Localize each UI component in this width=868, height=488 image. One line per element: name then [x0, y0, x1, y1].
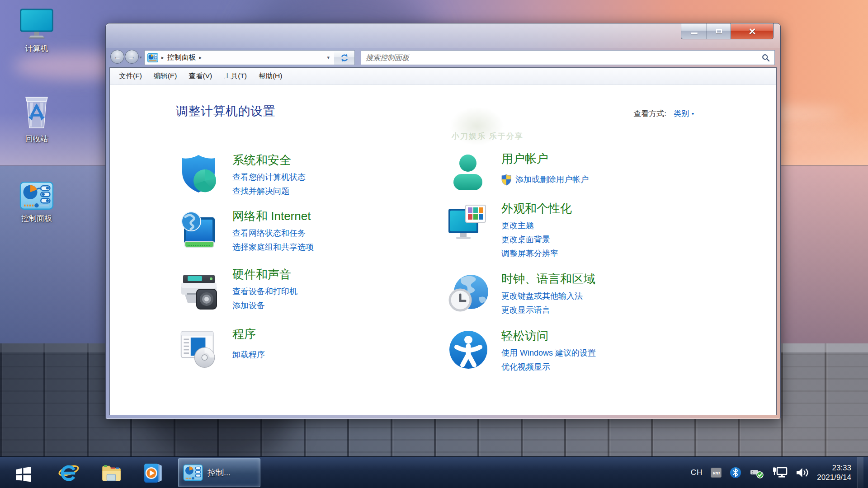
- maximize-button[interactable]: [707, 23, 731, 39]
- computer-icon: [7, 7, 66, 40]
- back-button[interactable]: ←: [110, 50, 124, 64]
- taskbar-explorer-button[interactable]: [93, 457, 129, 488]
- close-icon: [749, 28, 756, 35]
- desktop-icon-computer[interactable]: 计算机: [7, 7, 66, 54]
- link-change-theme[interactable]: 更改主题: [501, 219, 572, 233]
- category-title-network-internet[interactable]: 网络和 Internet: [232, 208, 314, 224]
- control-panel-window: ← → ▾ ▸ 控制面板 ▸ ▾: [105, 23, 781, 419]
- breadcrumb-control-panel[interactable]: 控制面板: [167, 53, 196, 62]
- desktop-icon-control-panel[interactable]: 控制面板: [7, 182, 66, 224]
- start-button[interactable]: [6, 457, 41, 488]
- taskbar-clock[interactable]: 23:33 2021/9/14: [817, 463, 851, 482]
- desktop-icon-label: 计算机: [7, 43, 66, 54]
- link-add-remove-user-accounts[interactable]: 添加或删除用户帐户: [515, 173, 589, 187]
- forward-arrow-icon: →: [128, 52, 136, 61]
- uac-shield-icon: [501, 174, 511, 186]
- language-indicator[interactable]: CH: [691, 468, 703, 477]
- control-panel-content: 小刀娱乐 乐于分享 调整计算机的设置 查看方式: 类别 ▾: [110, 85, 776, 415]
- taskbar-active-control-panel[interactable]: 控制...: [178, 458, 260, 487]
- user-accounts-icon[interactable]: [446, 151, 491, 194]
- category-title-user-accounts[interactable]: 用户帐户: [501, 151, 589, 166]
- recycle-bin-icon: [7, 91, 66, 130]
- category-title-clock-region[interactable]: 时钟、语言和区域: [501, 271, 595, 286]
- menu-tools[interactable]: 工具(T): [219, 69, 251, 83]
- internet-explorer-icon: [58, 462, 80, 483]
- vmware-tray-icon[interactable]: vm: [711, 468, 722, 478]
- show-desktop-button[interactable]: [858, 457, 863, 488]
- menu-view[interactable]: 查看(V): [184, 69, 217, 83]
- bluetooth-icon[interactable]: [730, 467, 741, 479]
- address-dropdown-icon[interactable]: ▾: [327, 55, 330, 61]
- refresh-icon: [340, 53, 349, 62]
- usb-device-icon[interactable]: [750, 466, 764, 479]
- maximize-icon: [716, 29, 722, 33]
- network-icon[interactable]: [772, 467, 788, 479]
- close-button[interactable]: [731, 23, 774, 39]
- category-title-system-security[interactable]: 系统和安全: [232, 152, 306, 168]
- category-title-hardware-sound[interactable]: 硬件和声音: [232, 267, 297, 282]
- ease-of-access-icon[interactable]: [446, 328, 491, 371]
- search-box: [361, 50, 775, 65]
- link-computer-status[interactable]: 查看您的计算机状态: [232, 170, 306, 184]
- menu-edit[interactable]: 编辑(E): [149, 69, 182, 83]
- system-tray: CH vm: [687, 457, 863, 488]
- minimize-icon: [691, 33, 698, 34]
- clock-date: 2021/9/14: [817, 473, 851, 482]
- menu-help[interactable]: 帮助(H): [254, 69, 287, 83]
- taskbar-media-player-button[interactable]: [136, 457, 172, 488]
- category-ease-of-access: 轻松访问 使用 Windows 建议的设置 优化视频显示: [446, 328, 596, 374]
- link-change-display-language[interactable]: 更改显示语言: [501, 303, 595, 317]
- taskbar-ie-button[interactable]: [51, 457, 87, 488]
- hardware-sound-icon[interactable]: [177, 273, 222, 311]
- link-adjust-screen-resolution[interactable]: 调整屏幕分辨率: [501, 247, 572, 261]
- appearance-personalization-icon[interactable]: [446, 201, 491, 244]
- link-homegroup-sharing[interactable]: 选择家庭组和共享选项: [232, 240, 314, 254]
- forward-button[interactable]: →: [125, 50, 139, 64]
- link-add-device[interactable]: 添加设备: [232, 299, 297, 313]
- link-optimize-visual-display[interactable]: 优化视频显示: [501, 360, 596, 374]
- link-change-keyboard-input[interactable]: 更改键盘或其他输入法: [501, 289, 595, 303]
- link-windows-suggested-settings[interactable]: 使用 Windows 建议的设置: [501, 346, 596, 360]
- active-task-label: 控制...: [208, 467, 231, 478]
- control-panel-icon: [183, 465, 203, 481]
- category-system-security: 系统和安全 查看您的计算机状态 查找并解决问题: [177, 152, 306, 198]
- clock-time: 23:33: [817, 463, 851, 473]
- clock-language-region-icon[interactable]: [446, 271, 491, 314]
- category-hardware-sound: 硬件和声音 查看设备和打印机 添加设备: [177, 267, 297, 313]
- windows-logo-icon: [12, 462, 35, 483]
- minimize-button[interactable]: [681, 23, 707, 39]
- link-uninstall-program[interactable]: 卸载程序: [232, 348, 265, 362]
- category-title-programs[interactable]: 程序: [232, 326, 265, 342]
- refresh-button[interactable]: [334, 50, 355, 65]
- volume-icon[interactable]: [796, 467, 809, 479]
- network-internet-icon[interactable]: [177, 208, 222, 252]
- menu-file[interactable]: 文件(F): [114, 69, 146, 83]
- address-bar[interactable]: ▸ 控制面板 ▸ ▾: [144, 50, 335, 65]
- window-glass-sheen: [106, 23, 780, 48]
- category-title-ease-of-access[interactable]: 轻松访问: [501, 328, 596, 343]
- recent-pages-dropdown[interactable]: ▾: [140, 55, 142, 60]
- view-by-value[interactable]: 类别: [674, 108, 689, 119]
- programs-icon[interactable]: [177, 328, 222, 370]
- link-change-desktop-background[interactable]: 更改桌面背景: [501, 233, 572, 247]
- caption-buttons: [681, 23, 774, 39]
- desktop-icon-recycle-bin[interactable]: 回收站: [7, 91, 66, 144]
- category-appearance-personalization: 外观和个性化 更改主题 更改桌面背景 调整屏幕分辨率: [446, 201, 572, 261]
- breadcrumb-arrow-icon[interactable]: ▸: [199, 55, 202, 61]
- search-icon[interactable]: [762, 54, 770, 62]
- link-devices-printers[interactable]: 查看设备和打印机: [232, 285, 297, 299]
- search-input[interactable]: [361, 51, 762, 65]
- category-title-appearance[interactable]: 外观和个性化: [501, 201, 572, 216]
- back-arrow-icon: ←: [113, 52, 121, 61]
- taskbar: 控制... CH vm: [0, 456, 868, 488]
- category-user-accounts: 用户帐户 添加或删除用户帐户: [446, 151, 589, 194]
- system-security-icon[interactable]: [177, 152, 222, 196]
- window-client-area: 文件(F) 编辑(E) 查看(V) 工具(T) 帮助(H) 小刀娱乐 乐于分享 …: [109, 67, 777, 415]
- category-clock-language-region: 时钟、语言和区域 更改键盘或其他输入法 更改显示语言: [446, 271, 595, 317]
- view-by-control: 查看方式: 类别 ▾: [633, 108, 694, 119]
- view-by-dropdown-icon[interactable]: ▾: [692, 111, 694, 116]
- uac-link-row: 添加或删除用户帐户: [501, 173, 589, 187]
- link-network-status-tasks[interactable]: 查看网络状态和任务: [232, 226, 314, 240]
- link-find-fix-problems[interactable]: 查找并解决问题: [232, 184, 306, 198]
- folder-icon: [100, 462, 123, 483]
